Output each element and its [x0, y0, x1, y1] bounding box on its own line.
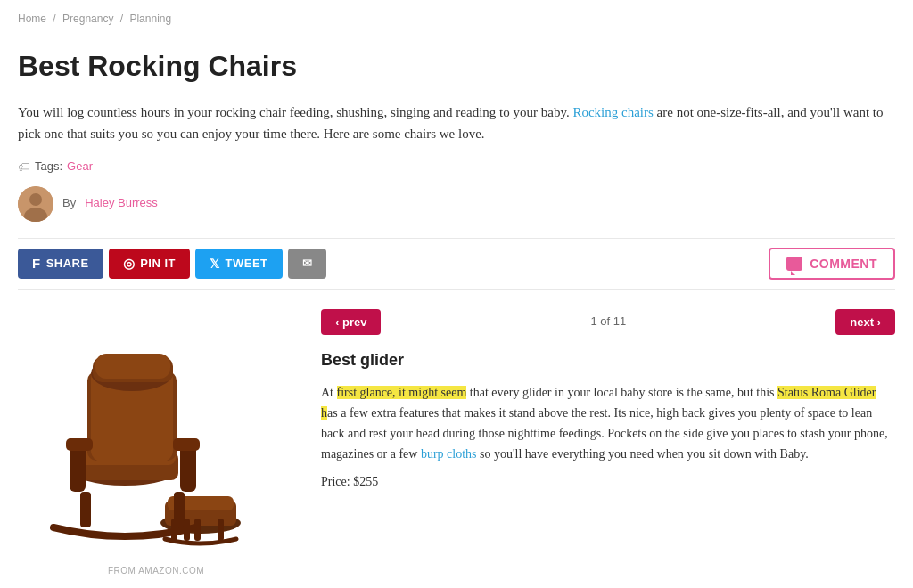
author-by: By	[62, 194, 76, 213]
facebook-icon: f	[32, 256, 41, 271]
twitter-icon: 𝕏	[210, 257, 220, 271]
email-share-button[interactable]: ✉	[288, 249, 327, 279]
breadcrumb: Home / Pregnancy / Planning	[18, 11, 895, 28]
price: Price: $255	[321, 471, 895, 492]
tags-line: 🏷 Tags: Gear	[18, 157, 895, 176]
page-title: Best Rocking Chairs	[18, 44, 895, 89]
highlight-1: first glance, it might seem	[337, 386, 467, 399]
burp-cloths-link[interactable]: burp cloths	[421, 447, 477, 461]
share-buttons: f SHARE ◎ PIN IT 𝕏 TWEET ✉	[18, 249, 326, 279]
intro-text: You will log countless hours in your roc…	[18, 102, 895, 144]
avatar	[18, 186, 53, 222]
author-line: By Haley Burress	[18, 186, 895, 222]
svg-point-1	[29, 193, 42, 206]
pinterest-share-label: PIN IT	[140, 257, 176, 270]
facebook-share-label: SHARE	[46, 257, 89, 270]
article-column: ‹ prev 1 of 11 next › Best glider At fir…	[321, 309, 895, 492]
svg-rect-23	[184, 519, 190, 541]
facebook-share-button[interactable]: f SHARE	[18, 249, 103, 279]
page-wrapper: Home / Pregnancy / Planning Best Rocking…	[0, 0, 913, 588]
product-image-column: FROM AMAZON.COM	[18, 309, 294, 578]
content-area: FROM AMAZON.COM ‹ prev 1 of 11 next › Be…	[18, 309, 895, 578]
author-name-link[interactable]: Haley Burress	[85, 194, 158, 213]
page-count: 1 of 11	[590, 313, 626, 331]
pinterest-icon: ◎	[123, 256, 136, 272]
comment-button[interactable]: COMMENT	[769, 248, 895, 280]
comment-label: COMMENT	[810, 257, 877, 271]
breadcrumb-planning[interactable]: Planning	[129, 12, 171, 25]
svg-rect-20	[171, 519, 177, 541]
comment-icon	[786, 257, 802, 271]
svg-rect-17	[173, 438, 200, 451]
slide-title: Best glider	[321, 347, 895, 373]
pinterest-share-button[interactable]: ◎ PIN IT	[109, 249, 190, 279]
breadcrumb-home[interactable]: Home	[18, 12, 46, 25]
tag-icon: 🏷	[18, 157, 30, 176]
share-bar: f SHARE ◎ PIN IT 𝕏 TWEET ✉ COMMENT	[18, 238, 895, 290]
image-caption: FROM AMAZON.COM	[18, 564, 294, 578]
tag-gear-link[interactable]: Gear	[67, 158, 93, 176]
svg-rect-21	[194, 519, 201, 541]
tags-label: Tags:	[35, 158, 62, 176]
product-image	[18, 309, 285, 559]
svg-rect-13	[95, 354, 170, 379]
twitter-share-button[interactable]: 𝕏 TWEET	[195, 249, 283, 279]
prev-button[interactable]: ‹ prev	[321, 309, 381, 335]
twitter-share-label: TWEET	[226, 257, 268, 270]
pagination-bar: ‹ prev 1 of 11 next ›	[321, 309, 895, 335]
svg-rect-18	[80, 492, 91, 527]
svg-rect-16	[66, 438, 93, 451]
email-icon: ✉	[302, 257, 313, 270]
svg-rect-22	[218, 519, 224, 541]
next-button[interactable]: next ›	[835, 309, 895, 335]
breadcrumb-pregnancy[interactable]: Pregnancy	[62, 12, 113, 25]
rocking-chairs-link[interactable]: Rocking chairs	[572, 105, 653, 119]
slide-body: At first glance, it might seem that ever…	[321, 382, 895, 492]
